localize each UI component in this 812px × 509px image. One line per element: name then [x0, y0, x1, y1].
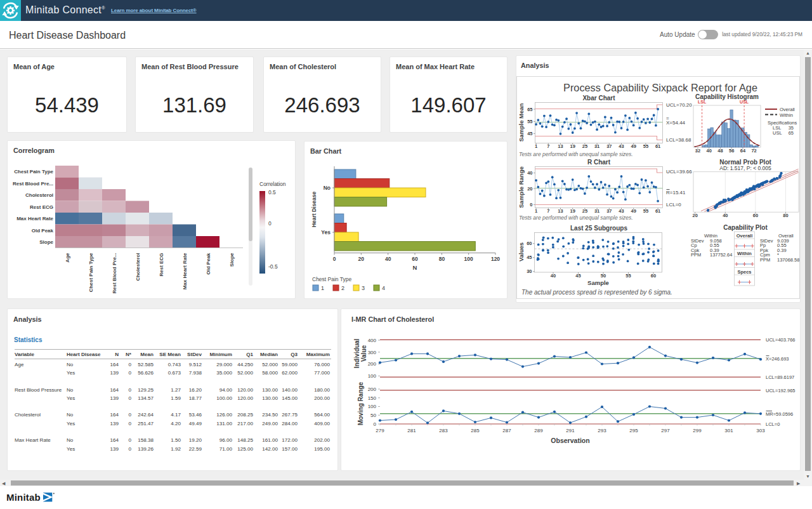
- svg-text:No: No: [67, 412, 74, 418]
- svg-text:139: 139: [110, 395, 119, 401]
- svg-text:Rest ECG: Rest ECG: [159, 253, 164, 277]
- svg-text:0: 0: [128, 421, 131, 426]
- svg-text:Within: Within: [780, 112, 793, 118]
- svg-text:0: 0: [128, 412, 131, 418]
- svg-text:X=246.693: X=246.693: [766, 356, 789, 362]
- svg-text:1: 1: [535, 143, 537, 149]
- svg-text:61: 61: [655, 143, 660, 149]
- svg-text:22.59: 22.59: [189, 446, 202, 452]
- svg-text:139.26: 139.26: [138, 446, 154, 452]
- svg-text:297: 297: [661, 428, 670, 433]
- svg-text:MR=59.0596: MR=59.0596: [766, 411, 793, 417]
- svg-text:Sample Range: Sample Range: [518, 166, 525, 208]
- svg-text:AD: 1.517, P: < 0.005: AD: 1.517, P: < 0.005: [719, 165, 771, 171]
- svg-text:1: 1: [535, 208, 537, 214]
- svg-text:Maximum: Maximum: [306, 352, 330, 357]
- svg-text:62.000: 62.000: [282, 370, 298, 376]
- svg-text:Mean: Mean: [140, 352, 154, 357]
- svg-text:126.00: 126.00: [216, 412, 232, 418]
- svg-text:-0.5: -0.5: [268, 263, 278, 270]
- svg-text:9.512: 9.512: [189, 362, 202, 367]
- svg-text:77.000: 77.000: [314, 370, 330, 376]
- svg-text:61: 61: [655, 208, 660, 214]
- svg-text:Rest Blood Pressure: Rest Blood Pressure: [15, 387, 62, 393]
- svg-text:148.25: 148.25: [237, 437, 253, 443]
- svg-text:UCL=192.965: UCL=192.965: [766, 388, 796, 393]
- svg-text:LCL=89.6197: LCL=89.6197: [766, 374, 794, 380]
- svg-text:53.46: 53.46: [189, 412, 202, 418]
- svg-text:0.5: 0.5: [268, 189, 276, 195]
- svg-text:Yes: Yes: [67, 421, 75, 426]
- svg-text:40: 40: [707, 148, 712, 154]
- svg-text:Yes: Yes: [67, 446, 75, 452]
- svg-text:140.00: 140.00: [282, 387, 298, 393]
- svg-text:7.938: 7.938: [189, 370, 202, 376]
- svg-text:19: 19: [570, 143, 575, 149]
- svg-text:Yes: Yes: [67, 395, 75, 401]
- svg-text:300: 300: [368, 350, 377, 355]
- svg-text:35.000: 35.000: [216, 370, 232, 376]
- svg-text:16.20: 16.20: [189, 387, 202, 393]
- svg-text:180.00: 180.00: [314, 387, 330, 393]
- svg-text:Within: Within: [737, 251, 752, 256]
- svg-text:Chest Pain Type: Chest Pain Type: [14, 169, 53, 175]
- svg-text:45: 45: [575, 273, 580, 279]
- svg-text:55: 55: [643, 143, 648, 149]
- svg-text:Cholesterol: Cholesterol: [135, 253, 141, 281]
- svg-text:40: 40: [385, 256, 391, 262]
- svg-text:Old Peak: Old Peak: [206, 253, 211, 275]
- svg-text:Xbar Chart: Xbar Chart: [582, 95, 615, 102]
- svg-text:150: 150: [368, 395, 377, 401]
- svg-text:52.585: 52.585: [138, 362, 154, 367]
- svg-text:Rest Blood Pre...: Rest Blood Pre...: [112, 253, 117, 294]
- svg-text:164: 164: [110, 437, 119, 443]
- svg-text:60: 60: [527, 241, 532, 246]
- svg-text:100.00: 100.00: [216, 395, 232, 401]
- svg-text:299: 299: [693, 428, 702, 433]
- svg-text:20: 20: [358, 256, 365, 262]
- svg-text:Overall: Overall: [737, 233, 752, 239]
- svg-text:1.92: 1.92: [171, 446, 181, 452]
- svg-text:UCL=39.66: UCL=39.66: [666, 169, 692, 175]
- svg-text:LCL=38.68: LCL=38.68: [666, 137, 691, 143]
- svg-text:29.000: 29.000: [216, 362, 232, 367]
- svg-text:0: 0: [128, 387, 131, 393]
- svg-text:0: 0: [128, 446, 131, 452]
- svg-text:SE Mean: SE Mean: [159, 352, 181, 357]
- svg-text:172.00: 172.00: [282, 437, 298, 443]
- svg-text:130.00: 130.00: [262, 387, 278, 393]
- svg-text:50: 50: [601, 273, 606, 279]
- svg-text:Value: Value: [360, 345, 367, 362]
- svg-text:Slope: Slope: [39, 239, 53, 245]
- svg-text:64: 64: [740, 148, 746, 154]
- svg-text:13: 13: [558, 208, 563, 214]
- svg-text:80: 80: [783, 213, 788, 218]
- svg-text:LCL=0: LCL=0: [666, 202, 681, 208]
- svg-text:Slope: Slope: [229, 253, 235, 267]
- svg-text:0: 0: [128, 437, 131, 443]
- svg-text:145.00: 145.00: [282, 395, 298, 401]
- svg-text:31: 31: [594, 143, 599, 149]
- svg-text:43: 43: [619, 208, 624, 214]
- svg-text:13: 13: [558, 143, 563, 149]
- svg-text:59.000: 59.000: [282, 362, 298, 367]
- svg-text:48: 48: [717, 148, 723, 154]
- svg-text:40: 40: [551, 273, 556, 279]
- svg-text:Individual: Individual: [353, 338, 360, 368]
- svg-text:Max Heart Rate: Max Heart Rate: [16, 216, 53, 221]
- svg-text:25: 25: [582, 208, 587, 214]
- svg-text:Values: Values: [518, 242, 525, 261]
- svg-text:Cholesterol: Cholesterol: [15, 412, 41, 418]
- svg-text:251.47: 251.47: [138, 421, 154, 426]
- svg-text:37: 37: [606, 208, 612, 214]
- svg-text:267.75: 267.75: [282, 412, 298, 418]
- svg-text:200.00: 200.00: [314, 395, 330, 401]
- svg-text:120.00: 120.00: [237, 395, 253, 401]
- svg-text:Process Capability Sixpack Rep: Process Capability Sixpack Report for Ag…: [563, 82, 757, 93]
- svg-text:The actual process spread is r: The actual process spread is represented…: [521, 289, 672, 296]
- svg-text:139: 139: [110, 370, 119, 376]
- svg-text:Heart Disease: Heart Disease: [311, 192, 317, 228]
- svg-text:Age: Age: [15, 362, 24, 367]
- svg-text:0.673: 0.673: [168, 370, 181, 376]
- svg-text:R Chart: R Chart: [587, 159, 611, 166]
